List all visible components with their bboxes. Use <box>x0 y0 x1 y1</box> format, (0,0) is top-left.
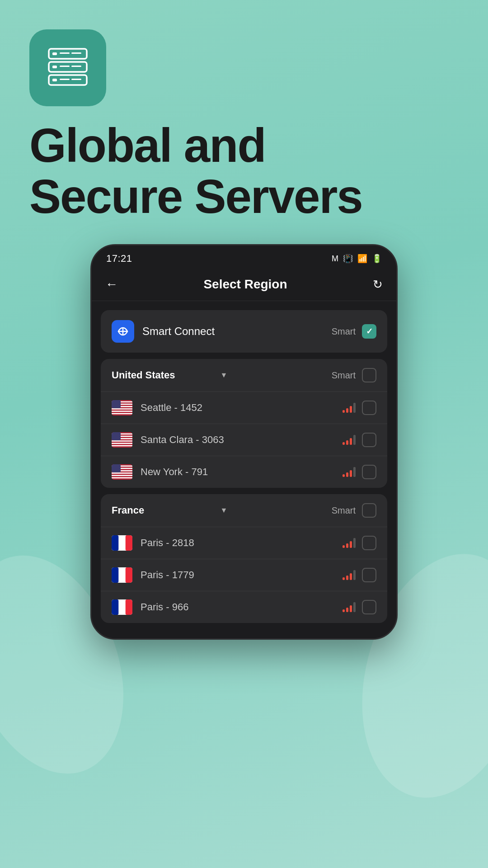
fr-flag-paris-1 <box>112 535 132 551</box>
fr-flag-paris-3 <box>112 599 132 615</box>
svg-rect-7 <box>71 66 81 67</box>
us-flag-santa-clara <box>112 432 132 448</box>
server-row-paris-1[interactable]: Paris - 2818 <box>101 527 387 559</box>
santa-clara-checkbox[interactable] <box>362 433 376 447</box>
svg-rect-9 <box>52 79 57 81</box>
svg-rect-1 <box>52 52 57 55</box>
server-row-paris-3[interactable]: Paris - 966 <box>101 591 387 623</box>
phone-mockup: 17:21 M 📳 📶 🔋 ← Select Region ↻ <box>90 244 398 640</box>
svg-rect-35 <box>112 475 132 476</box>
smart-connect-row[interactable]: Smart Connect Smart <box>101 310 387 353</box>
smart-connect-tag: Smart <box>332 326 356 337</box>
status-bar: 17:21 M 📳 📶 🔋 <box>92 245 396 269</box>
new-york-checkbox[interactable] <box>362 465 376 479</box>
svg-rect-10 <box>60 79 70 80</box>
svg-rect-42 <box>112 567 118 583</box>
svg-rect-40 <box>126 535 132 551</box>
status-time: 17:21 <box>106 253 132 264</box>
svg-rect-37 <box>112 464 121 472</box>
status-icons: M 📳 📶 🔋 <box>332 254 382 264</box>
us-section: United States ▼ Smart <box>101 359 387 488</box>
signal-paris-1 <box>343 538 356 548</box>
server-row-new-york[interactable]: New York - 791 <box>101 456 387 488</box>
france-header[interactable]: France ▼ Smart <box>101 494 387 527</box>
paris-3-checkbox[interactable] <box>362 600 376 614</box>
signal-seattle <box>343 403 356 413</box>
back-button[interactable]: ← <box>105 277 118 292</box>
signal-new-york <box>343 467 356 477</box>
svg-rect-6 <box>60 66 70 67</box>
signal-santa-clara <box>343 435 356 445</box>
svg-rect-39 <box>112 535 118 551</box>
svg-rect-29 <box>112 432 121 440</box>
server-new-york-name: New York - 791 <box>141 466 343 478</box>
headline: Global and Secure Servers <box>29 120 459 222</box>
svg-rect-45 <box>112 599 118 615</box>
carrier-icon: M <box>332 254 338 264</box>
svg-rect-43 <box>126 567 132 583</box>
us-checkbox[interactable] <box>362 368 376 382</box>
france-section: France ▼ Smart Paris - 2818 <box>101 494 387 623</box>
us-flag-seattle <box>112 400 132 415</box>
us-flag-new-york <box>112 464 132 480</box>
us-smart-tag: Smart <box>332 370 356 381</box>
server-paris-2-name: Paris - 1779 <box>141 569 343 581</box>
refresh-button[interactable]: ↻ <box>373 278 383 292</box>
server-paris-3-name: Paris - 966 <box>141 601 343 613</box>
page-title: Select Region <box>203 277 287 292</box>
content-area: Smart Connect Smart United States ▼ Smar… <box>92 301 396 638</box>
nav-bar: ← Select Region ↻ <box>92 269 396 301</box>
headline-text: Global and Secure Servers <box>29 120 459 222</box>
svg-rect-34 <box>112 472 132 474</box>
paris-2-checkbox[interactable] <box>362 568 376 582</box>
vibrate-icon: 📳 <box>343 254 353 264</box>
us-country-name: United States <box>112 369 216 381</box>
france-checkbox[interactable] <box>362 503 376 518</box>
france-smart-tag: Smart <box>332 505 356 516</box>
server-row-paris-2[interactable]: Paris - 1779 <box>101 559 387 591</box>
server-paris-1-name: Paris - 2818 <box>141 537 343 549</box>
france-dropdown-arrow: ▼ <box>220 506 227 514</box>
svg-rect-3 <box>71 52 81 54</box>
app-icon <box>29 29 106 106</box>
svg-rect-26 <box>112 440 132 442</box>
svg-rect-27 <box>112 443 132 444</box>
svg-rect-11 <box>71 79 81 80</box>
server-row-santa-clara[interactable]: Santa Clara - 3063 <box>101 424 387 456</box>
wifi-icon: 📶 <box>357 254 367 264</box>
battery-icon: 🔋 <box>372 254 382 264</box>
server-rack-icon <box>45 47 90 89</box>
us-dropdown-arrow: ▼ <box>220 371 227 379</box>
france-country-name: France <box>112 505 216 516</box>
svg-rect-2 <box>60 52 70 54</box>
paris-1-checkbox[interactable] <box>362 536 376 550</box>
smart-connect-label: Smart Connect <box>142 325 332 338</box>
server-row-seattle[interactable]: Seattle - 1452 <box>101 392 387 424</box>
phone-frame: 17:21 M 📳 📶 🔋 ← Select Region ↻ <box>90 244 398 640</box>
signal-paris-3 <box>343 602 356 612</box>
svg-rect-18 <box>112 408 132 410</box>
signal-paris-2 <box>343 570 356 580</box>
fr-flag-paris-2 <box>112 567 132 583</box>
server-seattle-name: Seattle - 1452 <box>141 402 343 414</box>
svg-rect-5 <box>52 66 57 68</box>
svg-rect-21 <box>112 400 121 408</box>
svg-rect-20 <box>112 413 132 415</box>
smart-connect-checkbox[interactable] <box>362 324 376 339</box>
svg-rect-19 <box>112 410 132 412</box>
smart-connect-icon <box>112 320 134 343</box>
svg-rect-28 <box>112 445 132 447</box>
us-header[interactable]: United States ▼ Smart <box>101 359 387 392</box>
seattle-checkbox[interactable] <box>362 401 376 415</box>
svg-rect-46 <box>126 599 132 615</box>
svg-rect-36 <box>112 477 132 479</box>
server-santa-clara-name: Santa Clara - 3063 <box>141 434 343 446</box>
